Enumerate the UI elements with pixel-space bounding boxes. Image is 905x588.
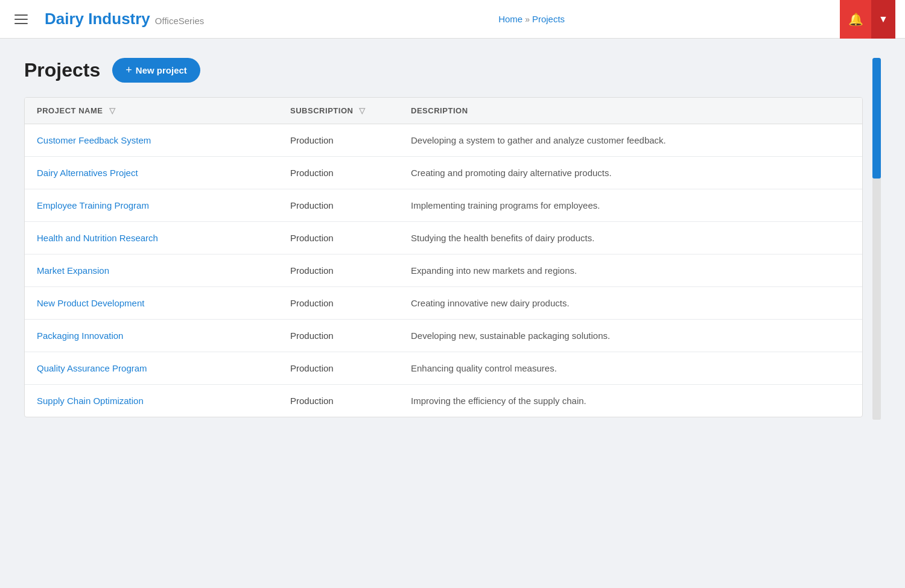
subscription-filter-icon[interactable]: ▽: [359, 106, 366, 115]
subscription-cell: Production: [278, 287, 399, 320]
table-header-row: PROJECT NAME ▽ SUBSCRIPTION ▽: [25, 98, 862, 124]
content-area: Projects + New project PROJECT NAME ▽: [24, 58, 863, 420]
subscription-cell: Production: [278, 352, 399, 385]
breadcrumb-home[interactable]: Home: [498, 14, 522, 24]
menu-icon[interactable]: [10, 10, 33, 29]
col-subscription-label: SUBSCRIPTION: [290, 106, 353, 115]
project-name-cell: Supply Chain Optimization: [25, 385, 278, 417]
subscription-cell: Production: [278, 189, 399, 222]
description-cell: Developing a system to gather and analyz…: [399, 124, 862, 157]
table-row: Health and Nutrition ResearchProductionS…: [25, 222, 862, 254]
subscription-cell: Production: [278, 157, 399, 189]
description-cell: Studying the health benefits of dairy pr…: [399, 222, 862, 254]
subscription-cell: Production: [278, 385, 399, 417]
description-cell: Enhancing quality control measures.: [399, 352, 862, 385]
project-name-cell: Quality Assurance Program: [25, 352, 278, 385]
project-name-cell: Employee Training Program: [25, 189, 278, 222]
header-actions: 🔔 ▼: [840, 0, 895, 39]
description-cell: Improving the efficiency of the supply c…: [399, 385, 862, 417]
description-cell: Implementing training programs for emplo…: [399, 189, 862, 222]
subscription-cell: Production: [278, 222, 399, 254]
table-row: Supply Chain OptimizationProductionImpro…: [25, 385, 862, 417]
table-body: Customer Feedback SystemProductionDevelo…: [25, 124, 862, 417]
header: Dairy Industry OfficeSeries Home » Proje…: [0, 0, 905, 39]
header-dropdown-button[interactable]: ▼: [871, 0, 895, 39]
bell-icon: 🔔: [848, 12, 863, 27]
scrollbar-track: [872, 58, 881, 420]
brand-title: Dairy Industry: [45, 10, 150, 28]
table-row: Employee Training ProgramProductionImple…: [25, 189, 862, 222]
description-cell: Developing new, sustainable packaging so…: [399, 320, 862, 352]
new-project-button[interactable]: + New project: [112, 58, 200, 83]
page-title: Projects: [24, 59, 100, 81]
plus-icon: +: [125, 64, 132, 77]
table-row: Customer Feedback SystemProductionDevelo…: [25, 124, 862, 157]
table-row: Market ExpansionProductionExpanding into…: [25, 254, 862, 287]
project-name-cell: Dairy Alternatives Project: [25, 157, 278, 189]
breadcrumb-separator: »: [525, 14, 530, 24]
table-row: Quality Assurance ProgramProductionEnhan…: [25, 352, 862, 385]
project-name-cell: Market Expansion: [25, 254, 278, 287]
breadcrumb-nav: Home » Projects: [223, 14, 840, 24]
notification-bell-button[interactable]: 🔔: [840, 0, 871, 39]
project-name-link[interactable]: Customer Feedback System: [37, 135, 151, 145]
projects-table: PROJECT NAME ▽ SUBSCRIPTION ▽: [25, 98, 862, 417]
main-content: Projects + New project PROJECT NAME ▽: [0, 39, 905, 444]
subscription-cell: Production: [278, 320, 399, 352]
col-header-subscription: SUBSCRIPTION ▽: [278, 98, 399, 124]
projects-table-wrapper: PROJECT NAME ▽ SUBSCRIPTION ▽: [24, 97, 863, 417]
brand-subtitle: OfficeSeries: [155, 16, 204, 26]
project-name-link[interactable]: Dairy Alternatives Project: [37, 168, 138, 178]
subscription-cell: Production: [278, 254, 399, 287]
scrollbar-thumb[interactable]: [872, 58, 881, 179]
description-cell: Expanding into new markets and regions.: [399, 254, 862, 287]
project-name-cell: Customer Feedback System: [25, 124, 278, 157]
project-name-link[interactable]: Health and Nutrition Research: [37, 233, 158, 243]
breadcrumb-projects[interactable]: Projects: [532, 14, 565, 24]
col-header-name: PROJECT NAME ▽: [25, 98, 278, 124]
chevron-down-icon: ▼: [878, 14, 888, 25]
scrollbar[interactable]: [872, 58, 881, 420]
project-name-link[interactable]: Employee Training Program: [37, 200, 149, 210]
project-name-cell: New Product Development: [25, 287, 278, 320]
table-row: Dairy Alternatives ProjectProductionCrea…: [25, 157, 862, 189]
col-header-description: DESCRIPTION: [399, 98, 862, 124]
project-name-cell: Health and Nutrition Research: [25, 222, 278, 254]
project-name-link[interactable]: New Product Development: [37, 298, 144, 308]
project-name-cell: Packaging Innovation: [25, 320, 278, 352]
description-cell: Creating and promoting dairy alternative…: [399, 157, 862, 189]
table-row: New Product DevelopmentProductionCreatin…: [25, 287, 862, 320]
brand: Dairy Industry OfficeSeries: [45, 10, 204, 28]
project-name-link[interactable]: Market Expansion: [37, 265, 109, 276]
col-name-label: PROJECT NAME: [37, 106, 103, 115]
col-description-label: DESCRIPTION: [411, 106, 468, 115]
table-row: Packaging InnovationProductionDeveloping…: [25, 320, 862, 352]
project-name-link[interactable]: Packaging Innovation: [37, 330, 123, 341]
description-cell: Creating innovative new dairy products.: [399, 287, 862, 320]
project-name-link[interactable]: Supply Chain Optimization: [37, 396, 144, 406]
page-title-row: Projects + New project: [24, 58, 863, 83]
new-project-label: New project: [136, 65, 187, 75]
project-name-link[interactable]: Quality Assurance Program: [37, 363, 147, 373]
subscription-cell: Production: [278, 124, 399, 157]
name-filter-icon[interactable]: ▽: [109, 106, 116, 115]
